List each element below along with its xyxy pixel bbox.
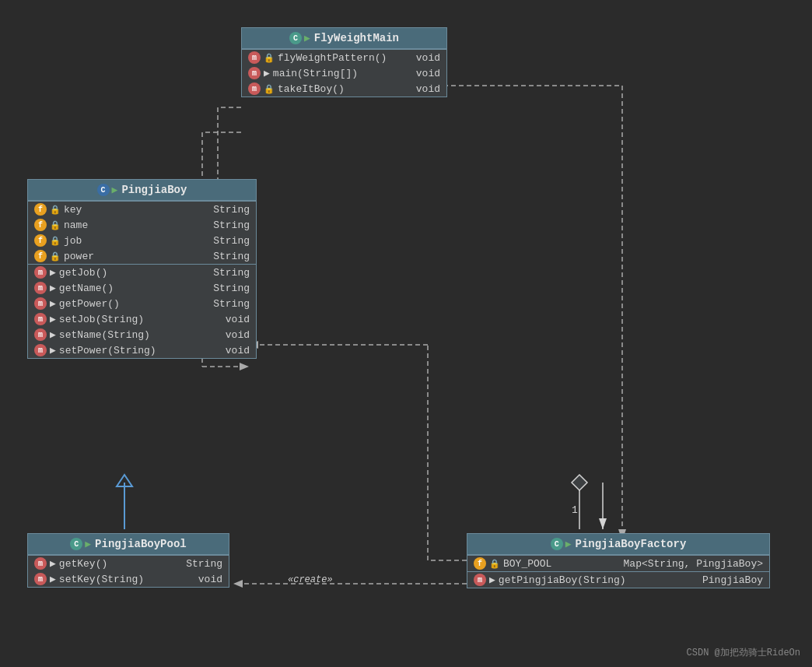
table-row: f 🔒 key String	[28, 202, 256, 217]
visibility-icon: ▶	[50, 344, 56, 356]
field-name: BOY_POOL	[503, 558, 614, 570]
class-title-factory: PingjiaBoyFactory	[576, 538, 687, 550]
visibility-icon: ▶	[50, 282, 56, 294]
class-icon-pool: C	[70, 538, 82, 550]
class-pingjiaboy: C ▶ PingjiaBoy f 🔒 key String f 🔒 name S…	[27, 179, 257, 359]
table-row: m ▶ setPower(String) void	[28, 342, 256, 358]
method-name: setJob(String)	[59, 314, 216, 325]
visibility-icon: 🔒	[264, 53, 275, 63]
field-name: power	[64, 251, 204, 262]
field-name: key	[64, 204, 204, 216]
method-type: String	[186, 558, 222, 570]
method-type: void	[198, 574, 222, 585]
visibility-icon: ▶	[264, 67, 270, 79]
visibility-icon: 🔒	[50, 205, 61, 215]
svg-marker-14	[240, 363, 249, 370]
field-icon: f	[34, 219, 47, 231]
method-icon: m	[34, 573, 47, 585]
svg-marker-16	[117, 475, 132, 486]
visibility-icon: ▶	[50, 266, 56, 279]
table-row: m ▶ getName() String	[28, 280, 256, 296]
class-title-flyweightmain: FlyWeightMain	[314, 32, 399, 44]
factory-methods: m ▶ getPingjiaBoy(String) PingjiaBoy	[467, 571, 769, 588]
table-row: f 🔒 job String	[28, 233, 256, 248]
method-name: getName()	[59, 283, 204, 294]
class-title-pool: PingjiaBoyPool	[95, 538, 187, 550]
method-icon: m	[248, 67, 261, 79]
visibility-icon: 🔒	[264, 84, 275, 94]
method-icon: m	[34, 313, 47, 325]
pkg-icon-pool: ▶	[85, 538, 91, 550]
field-icon: f	[34, 234, 47, 247]
class-pingjiaboy-pool: C ▶ PingjiaBoyPool m ▶ getKey() String m…	[27, 533, 229, 588]
pkg-icon-pingjiaboy: ▶	[112, 184, 118, 196]
table-row: f 🔒 BOY_POOL Map<String, PingjiaBoy>	[467, 556, 769, 571]
method-icon: m	[34, 297, 47, 310]
pkg-icon-factory: ▶	[565, 538, 572, 550]
class-pingjiaboy-factory: C ▶ PingjiaBoyFactory f 🔒 BOY_POOL Map<S…	[467, 533, 770, 588]
class-icon-factory: C	[551, 538, 563, 550]
class-header-pingjiaboy-pool: C ▶ PingjiaBoyPool	[28, 534, 229, 555]
method-name: setKey(String)	[59, 574, 189, 585]
pingjiaboy-fields: f 🔒 key String f 🔒 name String f 🔒 job S…	[28, 201, 256, 264]
method-icon: m	[34, 344, 47, 356]
visibility-icon: 🔒	[50, 251, 61, 262]
class-flyweightmain: C ▶ FlyWeightMain m 🔒 flyWeightPattern()…	[241, 27, 447, 97]
field-type: String	[213, 251, 250, 262]
visibility-icon: 🔒	[50, 220, 61, 230]
method-name: main(String[])	[273, 68, 407, 79]
create-label: «create»	[288, 574, 333, 585]
table-row: m ▶ getJob() String	[28, 265, 256, 280]
method-type: String	[213, 298, 250, 310]
method-type: void	[416, 52, 440, 64]
field-type: String	[213, 235, 250, 247]
table-row: m ▶ getPower() String	[28, 296, 256, 311]
visibility-icon: ▶	[489, 574, 495, 586]
field-icon: f	[34, 250, 47, 262]
flyweightmain-methods: m 🔒 flyWeightPattern() void m ▶ main(Str…	[242, 49, 446, 97]
method-icon: m	[248, 82, 261, 95]
svg-marker-22	[599, 518, 607, 529]
field-icon: f	[474, 557, 486, 570]
table-row: f 🔒 power String	[28, 248, 256, 264]
method-type: String	[213, 267, 250, 279]
visibility-icon: 🔒	[50, 236, 61, 246]
field-type: String	[213, 204, 250, 216]
method-name: getJob()	[59, 267, 204, 279]
class-icon-pingjiaboy: C	[97, 184, 110, 196]
class-header-pingjiaboy: C ▶ PingjiaBoy	[28, 180, 256, 201]
method-type: void	[226, 345, 250, 356]
class-header-flyweightmain: C ▶ FlyWeightMain	[242, 28, 446, 49]
field-icon: f	[34, 203, 47, 216]
method-icon: m	[248, 51, 261, 64]
table-row: m ▶ main(String[]) void	[242, 65, 446, 81]
class-title-pingjiaboy: PingjiaBoy	[121, 184, 187, 196]
table-row: m 🔒 flyWeightPattern() void	[242, 50, 446, 65]
method-icon: m	[34, 266, 47, 279]
field-type: String	[213, 219, 250, 231]
table-row: m ▶ getPingjiaBoy(String) PingjiaBoy	[467, 572, 769, 588]
visibility-icon: ▶	[50, 297, 56, 310]
table-row: m ▶ setKey(String) void	[28, 571, 229, 587]
method-icon: m	[474, 574, 486, 586]
visibility-icon: ▶	[50, 573, 56, 585]
pool-methods: m ▶ getKey() String m ▶ setKey(String) v…	[28, 555, 229, 587]
visibility-icon: ▶	[50, 557, 56, 570]
method-name: getPower()	[59, 298, 204, 310]
method-icon: m	[34, 328, 47, 341]
class-icon-flyweightmain: C	[289, 32, 302, 44]
method-icon: m	[34, 282, 47, 294]
table-row: m ▶ setName(String) void	[28, 327, 256, 342]
method-type: void	[226, 329, 250, 341]
method-type: PingjiaBoy	[702, 574, 763, 586]
diagram-container: 1 «create» C ▶ FlyWeightMain m 🔒 flyWeig…	[0, 0, 812, 667]
factory-fields: f 🔒 BOY_POOL Map<String, PingjiaBoy>	[467, 555, 769, 571]
method-name: flyWeightPattern()	[278, 52, 407, 64]
method-type: void	[416, 83, 440, 95]
visibility-icon: 🔒	[489, 559, 500, 569]
method-name: getPingjiaBoy(String)	[499, 574, 693, 586]
visibility-icon: ▶	[50, 313, 56, 325]
watermark: CSDN @加把劲骑士RideOn	[687, 646, 800, 659]
method-name: setName(String)	[59, 329, 216, 341]
method-icon: m	[34, 557, 47, 570]
